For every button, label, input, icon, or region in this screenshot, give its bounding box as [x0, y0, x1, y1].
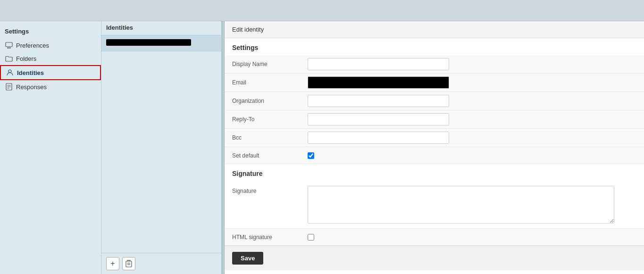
- sidebar-item-folders[interactable]: Folders: [0, 52, 101, 65]
- svg-point-4: [8, 70, 11, 73]
- app-container: Settings Preferences: [0, 0, 644, 274]
- email-input[interactable]: [308, 76, 449, 89]
- set-default-row: Set default: [225, 147, 644, 164]
- identities-list: [101, 35, 221, 253]
- bcc-input[interactable]: [308, 132, 449, 144]
- settings-heading: Settings: [225, 38, 644, 55]
- edit-panel-header: Edit identity: [225, 21, 644, 38]
- bcc-label: Bcc: [232, 134, 308, 141]
- html-signature-label: HTML signature: [232, 234, 308, 241]
- preferences-label: Preferences: [16, 42, 49, 49]
- save-button[interactable]: Save: [232, 252, 263, 265]
- html-signature-checkbox[interactable]: [308, 234, 314, 241]
- top-bar: [0, 0, 644, 21]
- reply-to-input[interactable]: [308, 113, 449, 125]
- signature-textarea[interactable]: [308, 186, 614, 224]
- signature-heading: Signature: [225, 164, 644, 181]
- set-default-checkbox[interactable]: [308, 152, 314, 159]
- organization-label: Organization: [232, 98, 308, 104]
- edit-panel-body: Settings Display Name Email Organization: [225, 38, 644, 270]
- add-identity-button[interactable]: +: [106, 257, 119, 270]
- person-icon: [6, 69, 14, 76]
- html-signature-row: HTML signature: [225, 229, 644, 246]
- sidebar-item-preferences[interactable]: Preferences: [0, 39, 101, 52]
- main-content: Settings Preferences: [0, 21, 644, 274]
- reply-to-label: Reply-To: [232, 116, 308, 123]
- folders-label: Folders: [16, 55, 36, 62]
- display-name-input[interactable]: [308, 58, 449, 70]
- file-icon: [5, 83, 13, 91]
- folder-icon: [5, 55, 13, 62]
- svg-rect-0: [6, 42, 12, 47]
- signature-row: Signature: [225, 181, 644, 229]
- sidebar-item-identities[interactable]: Identities: [0, 65, 101, 80]
- identities-section-title: Identities: [101, 21, 221, 35]
- identities-label: Identities: [17, 69, 44, 76]
- organization-input[interactable]: [308, 95, 449, 107]
- remove-identity-button[interactable]: [122, 257, 135, 270]
- edit-identity-panel: Edit identity Settings Display Name Emai…: [225, 21, 644, 274]
- svg-rect-9: [126, 261, 132, 267]
- email-row: Email: [225, 74, 644, 92]
- identities-panel: Identities +: [101, 21, 222, 274]
- save-section: Save: [225, 246, 644, 270]
- set-default-label: Set default: [232, 152, 308, 159]
- sidebar-item-responses[interactable]: Responses: [0, 80, 101, 93]
- display-name-row: Display Name: [225, 55, 644, 74]
- reply-to-row: Reply-To: [225, 110, 644, 129]
- settings-sidebar: Settings Preferences: [0, 21, 101, 274]
- responses-label: Responses: [16, 83, 47, 91]
- identities-toolbar: +: [101, 253, 221, 274]
- email-label: Email: [232, 79, 308, 86]
- settings-section-title: Settings: [0, 25, 101, 39]
- identity-list-item[interactable]: [101, 35, 221, 51]
- monitor-icon: [5, 42, 13, 49]
- signature-label: Signature: [232, 186, 308, 194]
- organization-row: Organization: [225, 92, 644, 110]
- identity-masked-text: [106, 39, 191, 46]
- bcc-row: Bcc: [225, 129, 644, 147]
- display-name-label: Display Name: [232, 61, 308, 67]
- edit-panel-title: Edit identity: [232, 26, 264, 33]
